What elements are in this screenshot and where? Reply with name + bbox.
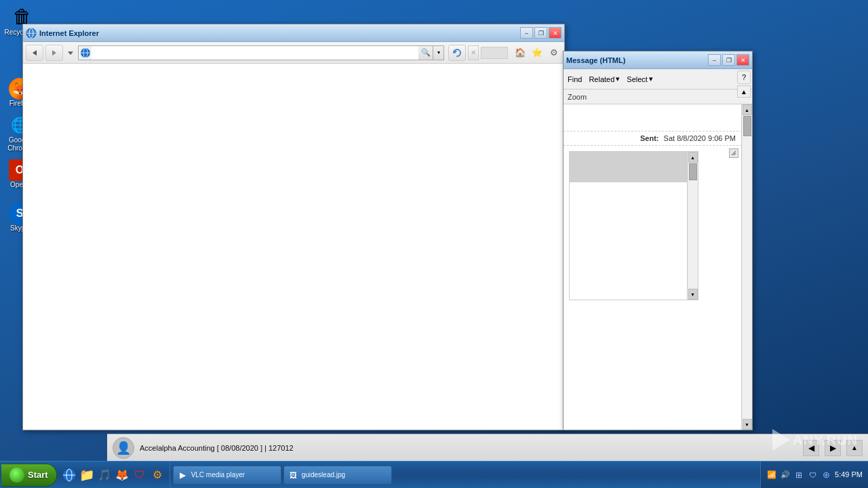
taskbar-item-vlc-label: VLC media player: [191, 471, 245, 479]
ie-back-btn[interactable]: [26, 45, 43, 61]
msg-window-scroll-up[interactable]: ▲: [743, 104, 752, 115]
ie-restore-btn[interactable]: ❐: [534, 27, 547, 39]
tray-flag-icon[interactable]: ⊞: [793, 470, 804, 481]
ie-stop-btn[interactable]: ✕: [468, 45, 479, 60]
ql-firefox-icon[interactable]: 🦊: [114, 467, 130, 483]
ie-forward-btn[interactable]: [45, 45, 63, 61]
email-avatar: 👤: [113, 437, 134, 459]
taskbar-item-guideslead[interactable]: 🖼 guideslead.jpg: [283, 466, 392, 485]
svg-marker-6: [52, 50, 56, 56]
tray-shield-icon[interactable]: 🛡: [807, 470, 818, 481]
msg-body-top-bar: [570, 152, 687, 182]
msg-content-scroll-track: [688, 163, 698, 289]
msg-select-label: Select: [627, 75, 648, 83]
start-button[interactable]: Start: [1, 464, 57, 487]
msg-up-btn[interactable]: ▲: [737, 85, 751, 98]
msg-select-arrow: ▾: [649, 75, 653, 83]
ql-folder-icon[interactable]: 📁: [79, 467, 95, 483]
msg-resize-btn[interactable]: [729, 148, 738, 158]
guideslead-icon: 🖼: [288, 470, 299, 481]
msg-content: Sent: Sat 8/8/2020 9:06 PM ▲ ▼: [564, 104, 752, 430]
msg-titlebar: Message (HTML) – ❐ ✕: [564, 52, 752, 69]
ie-titlebar: Internet Explorer – ❐ ✕: [23, 24, 564, 42]
ie-close-btn[interactable]: ✕: [549, 27, 561, 39]
msg-content-scroll-thumb: [689, 163, 697, 180]
tray-network-icon[interactable]: 📶: [766, 470, 777, 481]
ie-address-dropdown-btn[interactable]: ▾: [433, 45, 444, 60]
start-label: Start: [28, 470, 48, 480]
msg-sent-value: Sat 8/8/2020 9:06 PM: [664, 134, 736, 142]
email-subject: Accelalpha Accounting [ 08/08/2020 ] | 1…: [140, 444, 797, 452]
anyrun-watermark: ANY.RUN: [772, 429, 858, 451]
taskbar-item-guideslead-label: guideslead.jpg: [302, 471, 346, 479]
msg-body-area: ▲ ▼: [564, 146, 752, 430]
tray-volume-icon[interactable]: 🔊: [780, 470, 791, 481]
msg-zoom-label: Zoom: [568, 93, 587, 101]
msg-window-scrollbar: ▲ ▼: [741, 104, 752, 430]
notify-area: 📶 🔊 ⊞ 🛡 ⊕: [766, 470, 831, 481]
msg-content-scrollbar: ▲ ▼: [688, 151, 698, 300]
msg-toolbar: Find Related ▾ Select ▾: [564, 69, 752, 89]
ie-titlebar-icon: [26, 28, 37, 39]
msg-content-scroll-up[interactable]: ▲: [688, 152, 698, 163]
ie-window: Internet Explorer – ❐ ✕: [22, 24, 565, 430]
ie-favorites-btn[interactable]: ⭐: [530, 45, 545, 60]
msg-related-item[interactable]: Related ▾: [589, 75, 620, 83]
email-bar: 👤 Accelalpha Accounting [ 08/08/2020 ] |…: [107, 434, 868, 461]
anyrun-play-icon: [772, 429, 790, 451]
msg-help-btn[interactable]: ?: [737, 70, 751, 84]
msg-title-text: Message (HTML): [566, 56, 705, 64]
msg-window-scroll-thumb: [743, 116, 751, 136]
msg-minimize-btn[interactable]: –: [708, 54, 721, 66]
ie-address-icon: [78, 45, 92, 60]
system-tray: 📶 🔊 ⊞ 🛡 ⊕ 5:49 PM: [760, 462, 868, 488]
ie-progress-bar: [481, 47, 508, 59]
start-orb-icon: [9, 468, 24, 483]
ie-toolbar: 🔍 ▾ ✕ 🏠 ⭐ ⚙: [23, 42, 564, 64]
ie-title-text: Internet Explorer: [39, 29, 517, 37]
ie-address-container: 🔍 ▾: [78, 45, 444, 60]
ie-right-icons: 🏠 ⭐ ⚙: [513, 45, 561, 60]
taskbar-quicklaunch: 📁 🎵 🦊 🛡 ⚙: [57, 462, 170, 488]
ie-window-controls: – ❐ ✕: [520, 27, 561, 39]
tray-update-icon[interactable]: ⊕: [821, 470, 831, 481]
ql-setup-icon[interactable]: ⚙: [149, 467, 165, 483]
taskbar: Start 📁 🎵 🦊 🛡 ⚙ ▶ VLC media player 🖼 gui…: [0, 461, 868, 488]
msg-window-scroll-track: [743, 115, 752, 419]
svg-marker-7: [68, 52, 73, 55]
svg-marker-5: [33, 50, 37, 56]
ie-stop-area: ✕: [468, 45, 508, 60]
msg-window-scroll-down[interactable]: ▼: [743, 419, 752, 430]
msg-find-item[interactable]: Find: [568, 75, 582, 83]
ie-search-btn[interactable]: 🔍: [418, 45, 433, 60]
msg-related-arrow: ▾: [616, 75, 620, 83]
ie-address-input[interactable]: [92, 45, 418, 60]
msg-toolbar2: Zoom: [564, 89, 752, 104]
msg-restore-btn[interactable]: ❐: [722, 54, 735, 66]
msg-sent-label: Sent:: [640, 134, 659, 142]
msg-window: Message (HTML) – ❐ ✕ ? ▲ Find Related ▾ …: [563, 51, 753, 430]
msg-find-label: Find: [568, 75, 582, 83]
ie-refresh-btn[interactable]: [448, 45, 466, 61]
msg-sent-row: Sent: Sat 8/8/2020 9:06 PM: [564, 131, 752, 146]
vlc-icon: ▶: [178, 470, 189, 481]
anyrun-text: ANY.RUN: [793, 432, 858, 448]
tray-clock: 5:49 PM: [835, 470, 863, 479]
ie-minimize-btn[interactable]: –: [520, 27, 533, 39]
msg-close-btn[interactable]: ✕: [736, 54, 749, 66]
msg-content-scroll-down[interactable]: ▼: [688, 289, 698, 300]
taskbar-item-vlc[interactable]: ▶ VLC media player: [173, 466, 281, 485]
ql-ie-icon[interactable]: [61, 467, 77, 483]
msg-header-fields: [564, 104, 752, 131]
ql-media-icon[interactable]: 🎵: [96, 467, 113, 483]
msg-window-controls: – ❐ ✕: [708, 54, 749, 66]
ie-settings-btn[interactable]: ⚙: [547, 45, 561, 60]
msg-body-main: [570, 182, 687, 300]
ql-security-icon[interactable]: 🛡: [132, 467, 148, 483]
ie-nav-dropdown-btn[interactable]: [65, 47, 76, 58]
ie-content: [23, 64, 564, 430]
ie-home-btn[interactable]: 🏠: [513, 45, 528, 60]
msg-related-label: Related: [589, 75, 614, 83]
msg-body-box: [569, 151, 688, 300]
msg-select-item[interactable]: Select ▾: [627, 75, 653, 83]
